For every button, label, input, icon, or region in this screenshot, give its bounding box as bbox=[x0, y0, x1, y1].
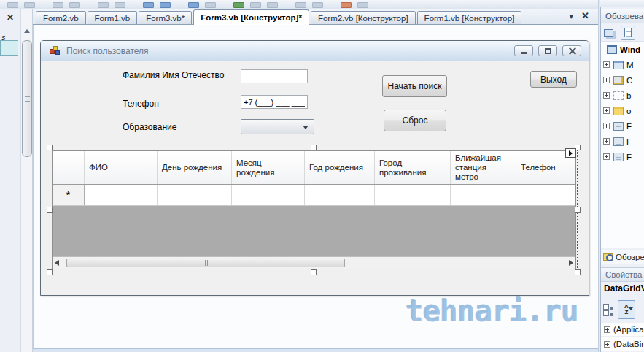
toolbar-button[interactable] bbox=[357, 2, 368, 8]
expand-plus-icon[interactable] bbox=[604, 326, 610, 333]
tab-form1-vb[interactable]: Form1.vb bbox=[88, 11, 138, 24]
scrollbar-thumb[interactable] bbox=[66, 259, 345, 267]
pause-button[interactable] bbox=[250, 2, 261, 8]
exit-button[interactable]: Выход bbox=[530, 71, 577, 88]
alphabetical-sort-icon[interactable]: A Z bbox=[618, 300, 635, 319]
show-all-files-button[interactable] bbox=[621, 26, 635, 40]
start-search-button[interactable]: Начать поиск bbox=[382, 75, 447, 97]
toolbar-button[interactable] bbox=[341, 2, 352, 8]
datagridview[interactable]: ФИО День рождения Месяц рождения Год рож… bbox=[52, 150, 576, 269]
label-education: Образование bbox=[123, 122, 176, 132]
tab-form3-vb-code[interactable]: Form3.vb* bbox=[139, 11, 192, 24]
grid-cell[interactable] bbox=[232, 185, 305, 205]
grid-column-header[interactable]: Год рождения bbox=[305, 151, 375, 184]
grid-cell[interactable] bbox=[305, 185, 375, 205]
grid-cell[interactable] bbox=[85, 185, 158, 205]
tree-item-my-project[interactable]: M bbox=[601, 57, 644, 72]
property-row-databindings[interactable]: (DataBin bbox=[601, 337, 644, 351]
grid-column-header[interactable]: Ближайшая станция метро bbox=[451, 151, 516, 184]
reset-button[interactable]: Сброс bbox=[384, 110, 446, 131]
toolbox-selected-item[interactable] bbox=[0, 40, 18, 56]
smart-tag-arrow[interactable] bbox=[565, 148, 576, 158]
tree-item-form3[interactable]: F bbox=[601, 149, 644, 164]
scroll-left-arrow-icon[interactable] bbox=[55, 260, 59, 266]
resize-handle[interactable] bbox=[47, 145, 53, 150]
scroll-right-arrow-icon[interactable] bbox=[569, 260, 573, 266]
toolbar-button[interactable] bbox=[205, 2, 216, 8]
phone-masked-input[interactable] bbox=[241, 95, 308, 109]
tree-item-label: o bbox=[626, 107, 631, 115]
toolbar-button[interactable] bbox=[98, 2, 109, 8]
toolbar-button[interactable] bbox=[115, 2, 125, 8]
maximize-button[interactable] bbox=[538, 45, 557, 56]
tree-item-obj[interactable]: o bbox=[601, 103, 644, 118]
expand-plus-icon[interactable] bbox=[603, 123, 610, 129]
toolbar-button[interactable] bbox=[69, 2, 80, 8]
expand-plus-icon[interactable] bbox=[603, 153, 610, 160]
grid-column-header[interactable]: День рождения bbox=[158, 151, 232, 184]
categorized-view-icon[interactable] bbox=[602, 303, 616, 316]
grid-cell[interactable] bbox=[516, 185, 575, 205]
form-titlebar[interactable]: Поиск пользователя bbox=[41, 41, 589, 61]
minimize-button[interactable] bbox=[514, 45, 533, 56]
grid-column-header[interactable]: ФИО bbox=[85, 151, 158, 184]
toolbar-button[interactable] bbox=[24, 2, 35, 8]
properties-icon[interactable] bbox=[604, 29, 613, 37]
grid-new-row[interactable]: * bbox=[53, 185, 575, 206]
resize-handle[interactable] bbox=[311, 269, 317, 275]
toolbar-button[interactable] bbox=[7, 2, 18, 8]
resize-handle[interactable] bbox=[47, 269, 53, 275]
tab-form2-vb-designer[interactable]: Form2.vb [Конструктор] bbox=[311, 11, 416, 24]
tab-form2-vb[interactable]: Form2.vb bbox=[36, 11, 86, 24]
grid-column-header[interactable]: Месяц рождения bbox=[232, 151, 305, 184]
tab-solution-explorer[interactable]: Обозре bbox=[601, 250, 644, 264]
scrollbar-thumb[interactable] bbox=[22, 40, 32, 157]
toolbox-scrollbar[interactable] bbox=[20, 9, 33, 352]
close-icon[interactable]: ✕ bbox=[581, 10, 589, 21]
start-debug-button[interactable] bbox=[233, 2, 244, 8]
resize-handle[interactable] bbox=[47, 207, 53, 213]
tree-item-project-root[interactable]: Wind bbox=[601, 42, 644, 57]
grid-corner-header[interactable] bbox=[53, 151, 85, 184]
grid-row-header[interactable]: * bbox=[53, 185, 85, 205]
close-button[interactable] bbox=[562, 45, 581, 56]
stop-button[interactable] bbox=[267, 2, 278, 8]
properties-panel-title[interactable]: Свойства bbox=[601, 267, 644, 282]
tab-form1-vb-designer[interactable]: Form1.vb [Конструктор] bbox=[417, 11, 522, 24]
grid-cell[interactable] bbox=[451, 185, 516, 205]
tree-item-form2[interactable]: F bbox=[601, 134, 644, 149]
toolbar-button[interactable] bbox=[53, 2, 63, 8]
resize-handle[interactable] bbox=[311, 145, 317, 150]
expand-plus-icon[interactable] bbox=[603, 61, 610, 68]
tree-item-config[interactable]: C bbox=[601, 72, 644, 88]
solution-explorer-title[interactable]: Обозреват bbox=[601, 9, 644, 23]
tree-item-bin[interactable]: b bbox=[601, 88, 644, 103]
grid-cell[interactable] bbox=[375, 185, 451, 205]
toolbar-button[interactable] bbox=[295, 2, 306, 8]
redo-button[interactable] bbox=[160, 2, 171, 8]
education-combobox[interactable] bbox=[241, 119, 314, 134]
expand-plus-icon[interactable] bbox=[603, 107, 610, 114]
expand-plus-icon[interactable] bbox=[603, 138, 610, 145]
resize-handle[interactable] bbox=[575, 269, 581, 275]
undo-button[interactable] bbox=[143, 2, 154, 8]
expand-plus-icon[interactable] bbox=[603, 92, 610, 99]
property-row-application-settings[interactable]: (Applica bbox=[601, 323, 644, 337]
tab-form3-vb-designer[interactable]: Form3.vb [Конструктор]* bbox=[193, 9, 309, 25]
grid-column-header[interactable]: Город проживания bbox=[375, 151, 451, 184]
full-name-input[interactable] bbox=[241, 69, 308, 83]
navigate-back-button[interactable] bbox=[188, 2, 199, 8]
selected-object-name[interactable]: DataGridV bbox=[601, 283, 644, 296]
resize-handle[interactable] bbox=[575, 207, 581, 213]
tree-item-label: b bbox=[626, 91, 631, 100]
tree-item-form1[interactable]: F bbox=[601, 118, 644, 134]
expand-plus-icon[interactable] bbox=[603, 77, 610, 83]
chevron-down-icon[interactable]: ▾ bbox=[569, 12, 573, 21]
grid-cell[interactable] bbox=[158, 185, 232, 205]
designed-form[interactable]: Поиск пользователя Фамилия Имя Отечество… bbox=[40, 40, 589, 296]
expand-plus-icon[interactable] bbox=[604, 341, 610, 348]
close-icon[interactable]: ✕ bbox=[7, 12, 14, 23]
scroll-up-arrow-icon[interactable] bbox=[22, 26, 32, 37]
grid-horizontal-scrollbar[interactable] bbox=[53, 256, 575, 269]
toolbar-button[interactable] bbox=[312, 2, 323, 8]
